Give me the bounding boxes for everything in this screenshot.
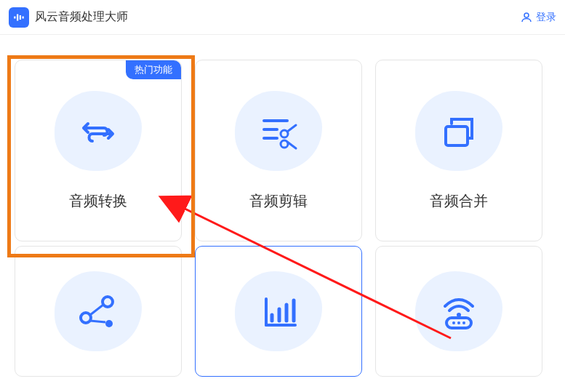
- feature-grid: 热门功能 音频转换 音频剪辑: [0, 35, 565, 256]
- login-button[interactable]: 登录: [520, 11, 556, 24]
- svg-point-4: [524, 13, 529, 17]
- svg-point-13: [81, 313, 91, 323]
- card-audio-edit[interactable]: 音频剪辑: [195, 60, 362, 241]
- card-share[interactable]: [15, 246, 182, 377]
- bars-icon: [235, 271, 322, 351]
- svg-rect-2: [20, 15, 21, 20]
- card-stats[interactable]: [195, 246, 362, 377]
- svg-point-26: [452, 321, 455, 324]
- svg-rect-1: [17, 14, 18, 20]
- login-label: 登录: [536, 11, 556, 24]
- card-label: 音频合并: [430, 191, 488, 211]
- app-logo-icon: [9, 7, 29, 28]
- stack-icon: [415, 91, 502, 171]
- svg-rect-0: [14, 16, 15, 18]
- card-wifi[interactable]: [375, 246, 542, 377]
- svg-line-10: [287, 125, 296, 132]
- svg-point-27: [457, 321, 460, 324]
- svg-line-16: [90, 305, 103, 315]
- svg-point-15: [105, 320, 113, 327]
- svg-point-28: [462, 321, 465, 324]
- nodes-icon: [55, 271, 142, 351]
- app-header: 风云音频处理大师 登录: [0, 0, 565, 35]
- app-title: 风云音频处理大师: [35, 9, 128, 25]
- card-audio-convert[interactable]: 热门功能 音频转换: [15, 60, 182, 241]
- svg-point-14: [103, 297, 113, 307]
- swap-icon: [55, 91, 142, 171]
- svg-line-17: [90, 321, 105, 322]
- card-audio-merge[interactable]: 音频合并: [375, 60, 542, 241]
- user-icon: [520, 11, 533, 24]
- cut-icon: [235, 91, 322, 171]
- feature-grid-row2: [0, 246, 565, 391]
- hot-badge: 热门功能: [126, 60, 181, 79]
- header-left: 风云音频处理大师: [9, 7, 128, 28]
- svg-rect-3: [23, 16, 24, 18]
- card-label: 音频转换: [69, 191, 127, 211]
- wifi-icon: [415, 271, 502, 351]
- svg-rect-12: [446, 127, 468, 145]
- card-label: 音频剪辑: [249, 191, 308, 211]
